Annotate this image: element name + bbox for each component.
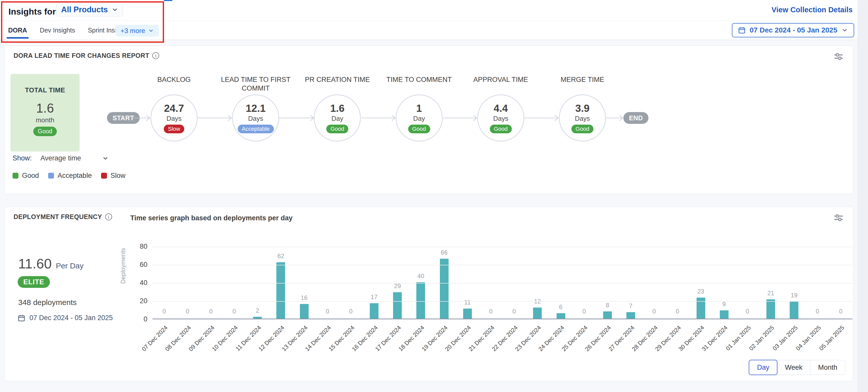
stage-title: MERGE TIME [541, 76, 623, 84]
top-header: Insights for All Products View Collectio… [0, 0, 858, 21]
x-tick-label: 04 Jan 2025 [795, 324, 823, 352]
tab-dev-insights[interactable]: Dev Insights [39, 21, 76, 40]
stage-title: PR CREATION TIME [296, 76, 378, 84]
bar-value-label: 0 [746, 308, 749, 315]
bar-slot: 211 Dec 2024 [246, 247, 269, 319]
stage-status-badge: Good [408, 125, 430, 133]
deployment-frequency-card: DEPLOYMENT FREQUENCY i Time series graph… [5, 207, 853, 381]
bar-slot: 021 Dec 2024 [479, 247, 502, 319]
gridline [153, 247, 852, 247]
stage-title: TIME TO COMMENT [378, 76, 460, 84]
view-collection-details-link[interactable]: View Collection Details [772, 6, 852, 14]
bar-value-label: 0 [839, 308, 842, 315]
cropped-link-artifact [164, 0, 173, 1]
bar-value-label: 40 [417, 272, 424, 280]
chart-settings-button[interactable] [833, 213, 845, 223]
bar-value-label: 17 [371, 294, 378, 301]
flow-arrow-icon [197, 114, 232, 122]
legend-label: Slow [111, 172, 126, 180]
lead-time-flow: START END BACKLOG24.7DaysSlowLEAD TIME T… [5, 46, 853, 194]
date-range-picker[interactable]: 07 Dec 2024 - 05 Jan 2025 [732, 23, 854, 37]
bar-value-label: 7 [629, 302, 632, 310]
bar-slot: 1716 Dec 2024 [363, 247, 386, 319]
flow-arrow-icon [525, 114, 559, 122]
bar-value-label: 11 [464, 299, 471, 306]
gridline [153, 283, 852, 283]
more-tabs-button[interactable]: +3 more [116, 25, 159, 37]
bar-slot: 029 Dec 2024 [666, 247, 689, 319]
chevron-down-icon [102, 155, 109, 162]
deployment-rate-unit: Per Day [56, 262, 84, 270]
stage-value: 24.7 [164, 102, 184, 114]
stage-node-pr-creation-time: 1.6DayGood [314, 94, 361, 142]
granularity-week-button[interactable]: Week [777, 360, 810, 375]
deployment-rate-value: 11.60 [18, 255, 52, 271]
stage-node-approval-time: 4.4DaysGood [477, 94, 524, 142]
legend-label: Good [22, 172, 39, 180]
chevron-down-icon [841, 27, 848, 33]
bar-slot: 1223 Dec 2024 [526, 247, 549, 319]
show-metric-dropdown[interactable]: Show: Average time [12, 154, 109, 162]
bar-slot: 931 Dec 2024 [712, 247, 736, 319]
total-deployments: 348 deployments [18, 298, 77, 307]
bar-value-label: 6 [559, 303, 562, 311]
stage-unit: Day [413, 115, 425, 123]
product-selector-value: All Products [61, 5, 108, 14]
bar [440, 259, 448, 319]
bar-slot: 028 Dec 2024 [643, 247, 666, 319]
bar-value-label: 0 [582, 308, 586, 315]
flow-arrow-icon [443, 114, 477, 122]
bar-slot: 4018 Dec 2024 [409, 247, 432, 319]
stage-status-badge: Acceptable [238, 125, 274, 133]
bar [696, 298, 705, 319]
calendar-icon [18, 314, 25, 322]
x-tick-label: 03 Jan 2025 [771, 324, 799, 352]
stage-unit: Days [248, 115, 263, 123]
stage-title: LEAD TIME TO FIRST COMMIT [215, 76, 297, 93]
bar-slot: 009 Dec 2024 [199, 247, 222, 319]
bar-slot: 025 Dec 2024 [572, 247, 596, 319]
bar-value-label: 9 [722, 301, 726, 308]
legend-swatch [101, 173, 107, 179]
legend-item-acceptable: Acceptable [48, 172, 92, 180]
bar-value-label: 0 [512, 308, 516, 315]
x-tick-label: 01 Jan 2025 [724, 324, 752, 352]
stage-node-lead-time-to-first-commit: 12.1DaysAcceptable [232, 94, 279, 142]
granularity-month-button[interactable]: Month [810, 360, 845, 375]
stage-value: 1.6 [330, 102, 345, 114]
bar [603, 311, 612, 319]
y-tick-label: 20 [132, 297, 147, 305]
stage-title: BACKLOG [133, 76, 215, 84]
stage-value: 1 [416, 102, 422, 114]
bar-value-label: 0 [349, 308, 352, 315]
info-icon[interactable]: i [105, 213, 112, 220]
bar-value-label: 0 [489, 308, 492, 315]
legend-item-slow: Slow [101, 172, 126, 180]
bar-value-label: 2 [256, 307, 259, 314]
flow-arrow-icon [362, 114, 396, 122]
granularity-day-button[interactable]: Day [749, 360, 777, 375]
bar-value-label: 0 [232, 308, 236, 315]
show-label: Show: [12, 154, 32, 162]
bar-slot: 1613 Dec 2024 [292, 247, 316, 319]
product-selector-dropdown[interactable]: All Products [56, 3, 123, 17]
y-axis-label: Deployments [119, 239, 128, 293]
bar-value-label: 23 [697, 288, 704, 295]
bar-slot: 008 Dec 2024 [176, 247, 199, 319]
tab-dora[interactable]: DORA [8, 21, 28, 40]
performance-badge: ELITE [18, 276, 50, 288]
stage-unit: Days [575, 115, 590, 123]
calendar-icon [738, 26, 746, 34]
bar-value-label: 8 [606, 302, 609, 309]
bar-slot: 007 Dec 2024 [153, 247, 176, 319]
bar-value-label: 19 [791, 292, 798, 299]
bar-slot: 004 Jan 2025 [806, 247, 829, 319]
bar-value-label: 0 [816, 308, 819, 315]
bar-value-label: 0 [209, 308, 212, 315]
bar [253, 317, 262, 319]
stage-unit: Days [493, 115, 508, 123]
x-tick-label: 02 Jan 2025 [748, 324, 776, 352]
lead-time-report-card: DORA LEAD TIME FOR CHANGES REPORT i TOTA… [5, 46, 853, 194]
flow-arrow-icon [279, 114, 314, 122]
bar [276, 262, 285, 319]
